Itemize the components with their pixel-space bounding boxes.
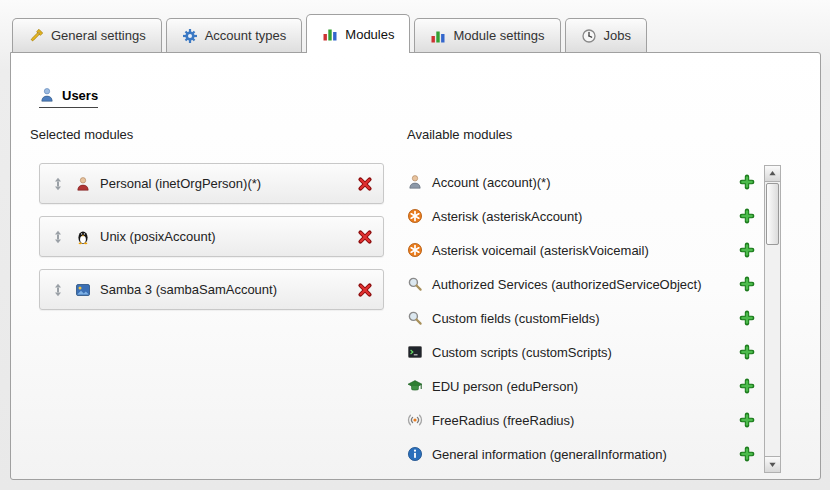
asterisk-icon — [407, 208, 423, 224]
terminal-icon — [407, 344, 423, 360]
tab-label: Modules — [345, 27, 394, 42]
gear-icon — [182, 28, 198, 44]
drag-handle-icon[interactable] — [50, 229, 66, 245]
content-panel: Users Selected modules Available modules… — [10, 52, 821, 480]
add-module-button[interactable] — [739, 242, 755, 258]
tab-label: General settings — [51, 28, 146, 43]
available-module-row: Asterisk (asteriskAccount) — [407, 199, 755, 233]
add-icon — [739, 276, 755, 292]
delete-icon — [357, 176, 373, 192]
add-module-button[interactable] — [739, 174, 755, 190]
scrollbar-down-button[interactable] — [765, 456, 780, 472]
graduation-icon — [407, 378, 423, 394]
add-icon — [739, 412, 755, 428]
tab-label: Module settings — [453, 28, 544, 43]
magnifier-icon — [407, 310, 423, 326]
add-module-button[interactable] — [739, 412, 755, 428]
delete-icon — [357, 282, 373, 298]
add-module-button[interactable] — [739, 446, 755, 462]
available-module-row: Account (account)(*) — [407, 165, 755, 199]
info-icon — [407, 446, 423, 462]
drag-handle-icon[interactable] — [50, 176, 66, 192]
add-module-button[interactable] — [739, 208, 755, 224]
scrollbar — [764, 165, 781, 473]
available-module-row: Custom scripts (customScripts) — [407, 335, 755, 369]
module-label: EDU person (eduPerson) — [432, 379, 730, 394]
remove-module-button[interactable] — [357, 229, 373, 245]
selected-module-row[interactable]: Samba 3 (sambaSamAccount) — [39, 269, 384, 310]
section-title: Users — [62, 88, 98, 103]
module-label: FreeRadius (freeRadius) — [432, 413, 730, 428]
wrench-icon — [28, 28, 44, 44]
selected-module-row[interactable]: Unix (posixAccount) — [39, 216, 384, 257]
modules-icon — [322, 26, 338, 42]
add-module-button[interactable] — [739, 344, 755, 360]
scroll-up-icon — [767, 168, 778, 179]
scrollbar-thumb[interactable] — [766, 183, 779, 245]
remove-module-button[interactable] — [357, 176, 373, 192]
available-modules-list: Account (account)(*)Asterisk (asteriskAc… — [407, 165, 755, 471]
users-section-heading: Users — [39, 87, 98, 108]
add-icon — [739, 344, 755, 360]
selected-modules-list: Personal (inetOrgPerson)(*)Unix (posixAc… — [39, 163, 384, 322]
scrollbar-up-button[interactable] — [765, 166, 780, 182]
add-module-button[interactable] — [739, 310, 755, 326]
scroll-down-icon — [767, 459, 778, 470]
module-label: Custom scripts (customScripts) — [432, 345, 730, 360]
remove-module-button[interactable] — [357, 282, 373, 298]
available-module-row: Authorized Services (authorizedServiceOb… — [407, 267, 755, 301]
available-module-row: EDU person (eduPerson) — [407, 369, 755, 403]
add-module-button[interactable] — [739, 276, 755, 292]
module-label: General information (generalInformation) — [432, 447, 730, 462]
available-module-row: Asterisk voicemail (asteriskVoicemail) — [407, 233, 755, 267]
module-label: Account (account)(*) — [432, 175, 730, 190]
add-icon — [739, 378, 755, 394]
add-module-button[interactable] — [739, 378, 755, 394]
available-module-row: FreeRadius (freeRadius) — [407, 403, 755, 437]
tab-module-settings[interactable]: Module settings — [414, 18, 560, 52]
users-icon — [39, 87, 55, 103]
tab-label: Jobs — [604, 28, 631, 43]
penguin-icon — [75, 229, 91, 245]
module-label: Unix (posixAccount) — [100, 229, 348, 244]
add-icon — [739, 242, 755, 258]
module-label: Personal (inetOrgPerson)(*) — [100, 176, 348, 191]
tab-label: Account types — [205, 28, 287, 43]
tab-bar: General settingsAccount typesModulesModu… — [12, 13, 647, 53]
account-icon — [407, 174, 423, 190]
samba-icon — [75, 282, 91, 298]
drag-handle-icon[interactable] — [50, 282, 66, 298]
wifi-icon — [407, 412, 423, 428]
tab-jobs[interactable]: Jobs — [565, 18, 647, 52]
add-icon — [739, 446, 755, 462]
add-icon — [739, 208, 755, 224]
module-label: Authorized Services (authorizedServiceOb… — [432, 277, 730, 292]
available-modules-heading: Available modules — [407, 127, 512, 142]
module-label: Samba 3 (sambaSamAccount) — [100, 282, 348, 297]
selected-module-row[interactable]: Personal (inetOrgPerson)(*) — [39, 163, 384, 204]
clock-icon — [581, 28, 597, 44]
module-label: Custom fields (customFields) — [432, 311, 730, 326]
tab-account-types[interactable]: Account types — [166, 18, 303, 52]
available-module-row: General information (generalInformation) — [407, 437, 755, 471]
selected-modules-heading: Selected modules — [30, 127, 133, 142]
person-icon — [75, 176, 91, 192]
tab-modules[interactable]: Modules — [306, 14, 410, 53]
module-label: Asterisk voicemail (asteriskVoicemail) — [432, 243, 730, 258]
asterisk-icon — [407, 242, 423, 258]
add-icon — [739, 310, 755, 326]
delete-icon — [357, 229, 373, 245]
add-icon — [739, 174, 755, 190]
tab-general-settings[interactable]: General settings — [12, 18, 162, 52]
magnifier-icon — [407, 276, 423, 292]
module-label: Asterisk (asteriskAccount) — [432, 209, 730, 224]
scrollbar-track[interactable] — [765, 182, 780, 456]
module-settings-icon — [430, 28, 446, 44]
available-module-row: Custom fields (customFields) — [407, 301, 755, 335]
